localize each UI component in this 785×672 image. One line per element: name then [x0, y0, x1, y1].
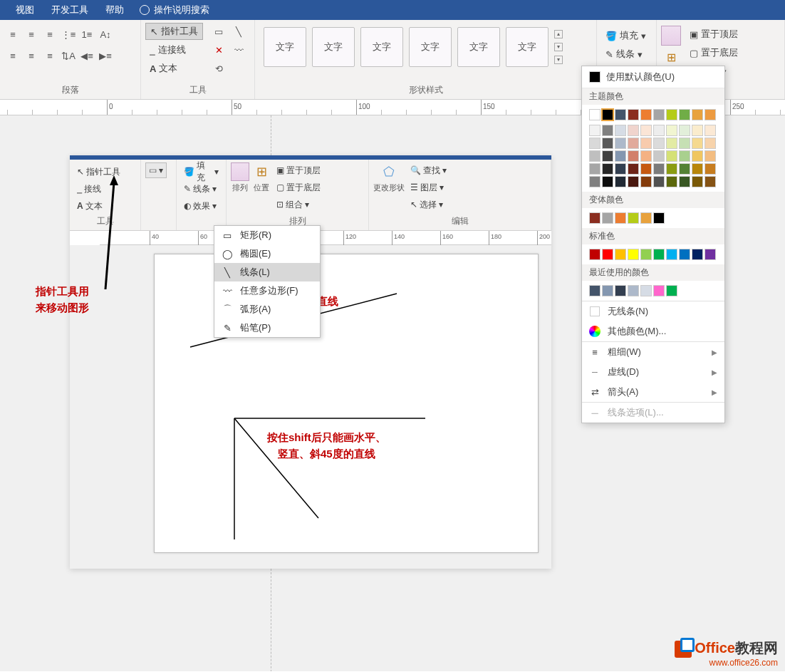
- color-swatch[interactable]: [653, 285, 665, 296]
- align-left-icon[interactable]: ≡: [4, 26, 21, 43]
- embed-bring-front[interactable]: ▣置于顶层: [274, 162, 323, 178]
- color-swatch[interactable]: [666, 249, 677, 260]
- rectangle-tool-icon[interactable]: ▭: [210, 23, 227, 40]
- color-swatch[interactable]: [640, 125, 652, 136]
- bullets-icon[interactable]: ⋮≡: [60, 26, 77, 43]
- align-right-icon[interactable]: ≡: [41, 26, 58, 43]
- color-swatch[interactable]: [589, 125, 601, 136]
- color-swatch[interactable]: [640, 285, 652, 296]
- color-swatch[interactable]: [602, 125, 613, 136]
- color-swatch[interactable]: [679, 249, 690, 260]
- menu-devtools[interactable]: 开发工具: [43, 4, 97, 16]
- color-swatch[interactable]: [692, 150, 703, 162]
- embed-select-button[interactable]: ↖选择▾: [407, 197, 449, 212]
- color-swatch[interactable]: [615, 176, 626, 187]
- color-swatch[interactable]: [615, 109, 626, 120]
- style-item[interactable]: 文字: [506, 27, 549, 67]
- color-swatch[interactable]: [602, 176, 613, 187]
- tell-me-search[interactable]: 操作说明搜索: [140, 4, 209, 16]
- color-swatch[interactable]: [628, 138, 639, 149]
- bring-to-front-button[interactable]: ▣置于顶层: [685, 26, 742, 43]
- increase-indent-icon[interactable]: ▶≡: [97, 47, 114, 64]
- color-swatch[interactable]: [692, 125, 703, 136]
- color-swatch[interactable]: [628, 249, 639, 260]
- embed-change-shape-icon[interactable]: ⬠: [378, 162, 400, 181]
- line-dash-button[interactable]: ┈ 虚线(D)▶: [582, 362, 724, 382]
- color-swatch[interactable]: [602, 163, 613, 175]
- embed-find-button[interactable]: 🔍查找▾: [407, 162, 449, 178]
- color-swatch[interactable]: [679, 138, 690, 149]
- style-item[interactable]: 文字: [409, 27, 452, 67]
- decrease-indent-icon[interactable]: ◀≡: [78, 47, 95, 64]
- color-swatch[interactable]: [653, 176, 665, 187]
- color-swatch[interactable]: [628, 109, 639, 120]
- color-swatch[interactable]: [705, 150, 716, 162]
- pointer-tool-button[interactable]: ↖ 指针工具: [145, 23, 203, 40]
- color-swatch[interactable]: [666, 109, 677, 120]
- line-options-button[interactable]: ─ 线条选项(L)...: [582, 403, 724, 423]
- embed-line-button[interactable]: ✎线条▾: [181, 181, 219, 197]
- style-item[interactable]: 文字: [360, 27, 403, 67]
- color-swatch[interactable]: [692, 138, 703, 149]
- color-swatch[interactable]: [602, 109, 613, 120]
- color-swatch[interactable]: [692, 163, 703, 175]
- color-swatch[interactable]: [589, 249, 601, 260]
- color-swatch[interactable]: [705, 176, 716, 187]
- menu-item-pencil[interactable]: ✎铅笔(P): [214, 319, 320, 337]
- gallery-down-icon[interactable]: ▾: [554, 43, 563, 51]
- align-middle-icon[interactable]: ≡: [23, 47, 40, 64]
- gallery-up-icon[interactable]: ▴: [554, 30, 563, 38]
- color-swatch[interactable]: [666, 138, 677, 149]
- color-swatch[interactable]: [640, 109, 652, 120]
- embed-arrange-icon[interactable]: [231, 162, 249, 181]
- color-swatch[interactable]: [602, 212, 613, 224]
- position-big-icon[interactable]: ⊞: [661, 47, 681, 67]
- color-swatch[interactable]: [679, 163, 690, 175]
- menu-item-rectangle[interactable]: ▭矩形(R): [214, 226, 320, 244]
- color-swatch[interactable]: [653, 138, 665, 149]
- line-arrow-button[interactable]: ⇄ 箭头(A)▶: [582, 382, 724, 402]
- color-swatch[interactable]: [653, 150, 665, 162]
- line-button[interactable]: ✎ 线条▾: [601, 46, 647, 63]
- color-swatch[interactable]: [628, 150, 639, 162]
- color-swatch[interactable]: [589, 109, 601, 120]
- color-swatch[interactable]: [640, 176, 652, 187]
- change-shape-icon[interactable]: ⟲: [210, 60, 227, 77]
- color-swatch[interactable]: [679, 150, 690, 162]
- line-weight-button[interactable]: ≡ 粗细(W)▶: [582, 342, 724, 362]
- color-swatch[interactable]: [640, 249, 652, 260]
- menu-item-ellipse[interactable]: ◯椭圆(E): [214, 244, 320, 263]
- fill-button[interactable]: 🪣 填充▾: [601, 27, 650, 44]
- align-top-icon[interactable]: ≡: [4, 47, 21, 64]
- color-swatch[interactable]: [666, 176, 677, 187]
- menu-item-line[interactable]: ╲线条(L): [214, 263, 320, 281]
- color-swatch[interactable]: [615, 125, 626, 136]
- menu-item-arc[interactable]: ⌒弧形(A): [214, 300, 320, 319]
- embed-layer-button[interactable]: ☰图层▾: [407, 180, 449, 195]
- color-swatch[interactable]: [679, 125, 690, 136]
- color-swatch[interactable]: [679, 109, 690, 120]
- line-tool-icon[interactable]: ╲: [230, 23, 247, 40]
- color-swatch[interactable]: [628, 212, 639, 224]
- no-line-button[interactable]: 无线条(N): [582, 301, 724, 321]
- text-direction-icon[interactable]: ⇅A: [60, 47, 77, 64]
- delete-icon[interactable]: ✕: [210, 41, 227, 58]
- color-swatch[interactable]: [628, 163, 639, 175]
- arrange-big-icon[interactable]: [661, 26, 681, 46]
- color-swatch[interactable]: [705, 249, 716, 260]
- color-swatch[interactable]: [589, 285, 601, 296]
- menu-item-freeform[interactable]: 〰任意多边形(F): [214, 281, 320, 300]
- color-swatch[interactable]: [653, 212, 665, 224]
- send-to-back-button[interactable]: ▢置于底层: [685, 44, 742, 61]
- use-default-color[interactable]: 使用默认颜色(U): [582, 66, 724, 88]
- embed-effect-button[interactable]: ◐效果▾: [181, 198, 219, 214]
- color-swatch[interactable]: [705, 163, 716, 175]
- color-swatch[interactable]: [640, 212, 652, 224]
- color-swatch[interactable]: [692, 176, 703, 187]
- menu-help[interactable]: 帮助: [97, 4, 132, 16]
- color-swatch[interactable]: [615, 163, 626, 175]
- color-swatch[interactable]: [653, 249, 665, 260]
- embed-send-back[interactable]: ▢置于底层: [274, 180, 323, 195]
- connector-tool-button[interactable]: ⎯ 连接线: [145, 41, 203, 58]
- color-swatch[interactable]: [602, 138, 613, 149]
